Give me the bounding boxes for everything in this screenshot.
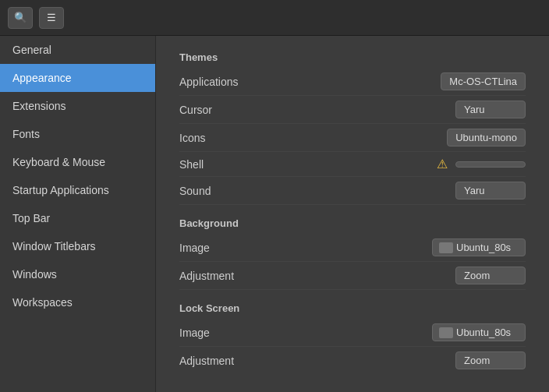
sidebar-item-window-titlebars[interactable]: Window Titlebars: [0, 232, 155, 260]
settings-row-bg-adjustment: AdjustmentZoom: [179, 262, 526, 290]
search-button[interactable]: 🔍: [8, 7, 33, 29]
settings-value-icons: Ubuntu-mono: [447, 129, 526, 147]
settings-value-bg-adjustment: Zoom: [455, 267, 526, 284]
sidebar-item-keyboard-mouse[interactable]: Keyboard & Mouse: [0, 148, 155, 176]
settings-label-sound: Sound: [179, 185, 211, 197]
settings-row-sound: SoundYaru: [179, 177, 526, 205]
settings-row-shell: Shell⚠: [179, 152, 526, 177]
menu-icon: ☰: [47, 12, 56, 23]
settings-value-shell: ⚠: [437, 157, 526, 171]
settings-label-lock-image: Image: [179, 327, 210, 339]
dropdown-button-bg-adjustment[interactable]: Zoom: [455, 267, 526, 284]
settings-value-cursor: Yaru: [455, 101, 526, 118]
settings-label-icons: Icons: [179, 132, 205, 144]
sidebar-item-extensions[interactable]: Extensions: [0, 92, 155, 120]
dropdown-button-applications[interactable]: Mc-OS-CTLina: [441, 72, 526, 90]
thumbnail-label-bg-image: Ubuntu_80s: [456, 242, 511, 253]
settings-value-bg-image: Ubuntu_80s: [432, 238, 526, 256]
settings-label-applications: Applications: [179, 76, 239, 88]
sidebar-item-workspaces[interactable]: Workspaces: [0, 288, 155, 316]
content-area: ThemesApplicationsMc-OS-CTLinaCursorYaru…: [156, 36, 549, 392]
header-bar: 🔍 ☰: [0, 0, 549, 36]
thumbnail-icon-lock-image: [439, 327, 453, 338]
settings-label-bg-adjustment: Adjustment: [179, 270, 234, 282]
settings-row-lock-image: ImageUbuntu_80s: [179, 319, 526, 347]
sidebar-item-fonts[interactable]: Fonts: [0, 120, 155, 148]
settings-label-lock-adjustment: Adjustment: [179, 355, 234, 367]
warning-icon-shell: ⚠: [437, 157, 448, 171]
section-header-lock-screen: Lock Screen: [179, 302, 526, 314]
settings-value-applications: Mc-OS-CTLina: [441, 72, 526, 90]
thumbnail-label-lock-image: Ubuntu_80s: [456, 327, 511, 338]
dropdown-button-shell[interactable]: [455, 161, 526, 168]
sidebar: GeneralAppearanceExtensionsFontsKeyboard…: [0, 36, 156, 392]
dropdown-button-icons[interactable]: Ubuntu-mono: [447, 129, 526, 147]
menu-button[interactable]: ☰: [39, 7, 64, 29]
search-icon: 🔍: [14, 12, 27, 23]
settings-row-bg-image: ImageUbuntu_80s: [179, 234, 526, 262]
thumbnail-icon-bg-image: [439, 242, 453, 253]
thumbnail-button-lock-image[interactable]: Ubuntu_80s: [432, 323, 526, 341]
section-header-themes: Themes: [179, 51, 526, 63]
settings-row-applications: ApplicationsMc-OS-CTLina: [179, 68, 526, 96]
sidebar-item-general[interactable]: General: [0, 36, 155, 64]
settings-row-icons: IconsUbuntu-mono: [179, 124, 526, 152]
sidebar-item-top-bar[interactable]: Top Bar: [0, 204, 155, 232]
settings-value-sound: Yaru: [455, 182, 526, 200]
settings-row-cursor: CursorYaru: [179, 96, 526, 124]
settings-value-lock-image: Ubuntu_80s: [432, 323, 526, 341]
dropdown-button-cursor[interactable]: Yaru: [455, 101, 526, 118]
thumbnail-button-bg-image[interactable]: Ubuntu_80s: [432, 238, 526, 256]
header-left: 🔍 ☰: [8, 7, 64, 29]
sidebar-item-windows[interactable]: Windows: [0, 260, 155, 288]
settings-label-shell: Shell: [179, 158, 204, 171]
settings-row-lock-adjustment: AdjustmentZoom: [179, 347, 526, 374]
section-header-background: Background: [179, 217, 526, 229]
sidebar-item-appearance[interactable]: Appearance: [0, 64, 155, 92]
settings-value-lock-adjustment: Zoom: [455, 351, 526, 369]
settings-label-bg-image: Image: [179, 242, 210, 254]
dropdown-button-sound[interactable]: Yaru: [455, 182, 526, 200]
main-container: GeneralAppearanceExtensionsFontsKeyboard…: [0, 36, 549, 392]
settings-label-cursor: Cursor: [179, 104, 212, 116]
sidebar-item-startup-applications[interactable]: Startup Applications: [0, 176, 155, 204]
dropdown-button-lock-adjustment[interactable]: Zoom: [455, 351, 526, 369]
